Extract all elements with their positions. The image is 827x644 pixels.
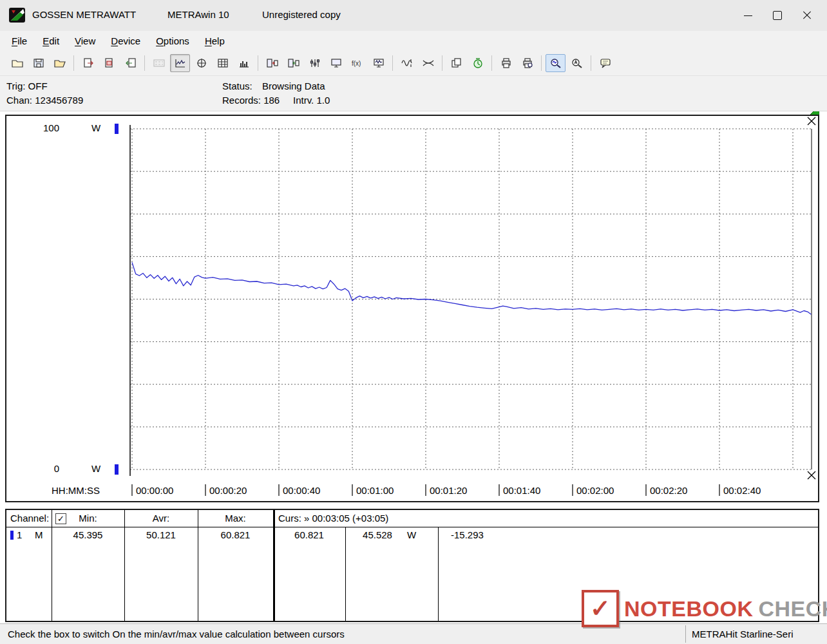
cursor-delta-value: -15.293 bbox=[451, 529, 484, 540]
y-axis-unit-top: W bbox=[91, 122, 100, 133]
table-view-icon bbox=[217, 58, 229, 68]
status-value: Browsing Data bbox=[262, 80, 325, 91]
copy-clipboard-icon bbox=[451, 58, 462, 68]
print-preview-button[interactable] bbox=[517, 54, 537, 72]
notebookcheck-watermark: ✓ NOTEBOOKCHECK bbox=[582, 590, 827, 627]
zoom-text-button[interactable] bbox=[567, 54, 587, 72]
monitor-view-icon bbox=[330, 58, 342, 68]
table-column-line bbox=[345, 527, 346, 621]
wave-envelope-icon bbox=[423, 58, 434, 68]
title-bar: GOSSEN METRAWATT METRAwin 10 Unregistere… bbox=[0, 0, 827, 31]
minimize-button[interactable] bbox=[733, 5, 763, 26]
window-controls bbox=[733, 0, 822, 31]
send-data-button[interactable] bbox=[120, 54, 140, 72]
min-header: Min: bbox=[52, 513, 124, 524]
snapshot-icon bbox=[104, 58, 115, 68]
watermark-text-notebook: NOTEBOOK bbox=[624, 596, 753, 621]
title-brand: GOSSEN METRAWATT bbox=[32, 9, 136, 20]
folder-open-icon bbox=[54, 58, 66, 68]
device-write-button[interactable] bbox=[283, 54, 303, 72]
status-label: Status: bbox=[222, 80, 252, 91]
toolbar-separator bbox=[541, 55, 542, 71]
file-open-button[interactable] bbox=[7, 54, 27, 72]
plot-svg[interactable] bbox=[6, 116, 818, 501]
zoom-curve-icon bbox=[550, 58, 562, 68]
y-axis-min-label: 0 bbox=[30, 463, 59, 474]
histogram-view-button[interactable] bbox=[234, 54, 254, 72]
minimize-icon bbox=[744, 15, 752, 16]
toolbar-separator bbox=[491, 55, 492, 71]
monitor-view-button[interactable] bbox=[326, 54, 346, 72]
x-tick-label: 00:00:40 bbox=[283, 485, 320, 496]
title-license: Unregistered copy bbox=[262, 9, 341, 20]
wave-compress-button[interactable] bbox=[397, 54, 417, 72]
trend-view-icon bbox=[175, 58, 186, 68]
menu-bar: File Edit View Device Options Help bbox=[0, 31, 827, 50]
avr-value: 50.121 bbox=[124, 529, 198, 540]
timer-record-icon bbox=[472, 58, 484, 68]
max-value: 60.821 bbox=[198, 529, 273, 540]
print-button[interactable] bbox=[496, 54, 516, 72]
toolbar-separator bbox=[73, 55, 74, 71]
cursor1-value: 60.821 bbox=[273, 529, 345, 540]
x-axis-label: HH:MM:SS bbox=[52, 485, 100, 496]
close-button[interactable] bbox=[792, 5, 822, 26]
avr-header: Avr: bbox=[124, 513, 198, 524]
device-read-icon bbox=[267, 58, 278, 68]
notebookcheck-logo-icon: ✓ bbox=[582, 590, 619, 627]
max-header: Max: bbox=[198, 513, 273, 524]
menu-options[interactable]: Options bbox=[148, 33, 197, 48]
x-tick-label: 00:02:20 bbox=[650, 485, 687, 496]
statusbar-hint: Check the box to switch On the min/avr/m… bbox=[8, 629, 345, 639]
numeric-view-button[interactable] bbox=[149, 54, 169, 72]
menu-help[interactable]: Help bbox=[197, 33, 233, 48]
statusbar-divider bbox=[685, 625, 686, 643]
maximize-button[interactable] bbox=[763, 5, 792, 26]
snapshot-button[interactable] bbox=[99, 54, 119, 72]
table-column-line bbox=[438, 527, 439, 621]
channel-header: Channel: bbox=[10, 513, 49, 524]
wave-compress-icon bbox=[401, 58, 413, 68]
menu-file[interactable]: File bbox=[4, 33, 35, 48]
x-tick-label: 00:00:00 bbox=[136, 485, 173, 496]
print-preview-icon bbox=[522, 58, 533, 68]
zoom-curve-button[interactable] bbox=[546, 54, 566, 72]
table-view-button[interactable] bbox=[213, 54, 233, 72]
cursor2-unit: W bbox=[407, 529, 416, 540]
menu-device[interactable]: Device bbox=[103, 33, 148, 48]
channel-mode: M bbox=[35, 529, 43, 540]
save-icon bbox=[33, 58, 44, 68]
toolbar-separator bbox=[258, 55, 258, 71]
min-value: 45.395 bbox=[52, 529, 124, 540]
toolbar-separator bbox=[442, 55, 442, 71]
channel-settings-button[interactable] bbox=[305, 54, 325, 72]
device-read-button[interactable] bbox=[262, 54, 282, 72]
x-tick-label: 00:01:20 bbox=[430, 485, 467, 496]
timer-record-button[interactable] bbox=[468, 54, 488, 72]
svg-text:f(x): f(x) bbox=[352, 60, 361, 67]
channel-color-marker bbox=[10, 531, 14, 540]
tooltip-help-button[interactable] bbox=[595, 54, 615, 72]
app-logo-icon[interactable] bbox=[9, 6, 26, 24]
channel-status: Chan: 123456789 bbox=[6, 95, 83, 106]
live-monitor-button[interactable] bbox=[368, 54, 388, 72]
wave-envelope-button[interactable] bbox=[418, 54, 438, 72]
zoom-text-icon bbox=[571, 58, 583, 68]
trend-view-button[interactable] bbox=[170, 54, 190, 72]
formula-view-icon: f(x) bbox=[351, 58, 364, 68]
file-save-button[interactable] bbox=[28, 54, 48, 72]
chart-area: 100 W 0 W HH:MM:SS 00:00:00 00:00:20 00:… bbox=[5, 115, 819, 502]
formula-view-button[interactable]: f(x) bbox=[347, 54, 367, 72]
folder-open-button[interactable] bbox=[50, 54, 70, 72]
close-icon bbox=[803, 11, 812, 20]
menu-edit[interactable]: Edit bbox=[35, 33, 67, 48]
y-axis-max-label: 100 bbox=[30, 122, 59, 133]
export-data-button[interactable] bbox=[78, 54, 98, 72]
toolbar-separator bbox=[591, 55, 591, 71]
scope-view-button[interactable] bbox=[191, 54, 211, 72]
channel-number: 1 bbox=[17, 529, 22, 540]
menu-view[interactable]: View bbox=[67, 33, 103, 48]
interval-value: Intrv. 1.0 bbox=[293, 95, 330, 106]
copy-clipboard-button[interactable] bbox=[446, 54, 466, 72]
x-tick-label: 00:01:00 bbox=[356, 485, 394, 496]
